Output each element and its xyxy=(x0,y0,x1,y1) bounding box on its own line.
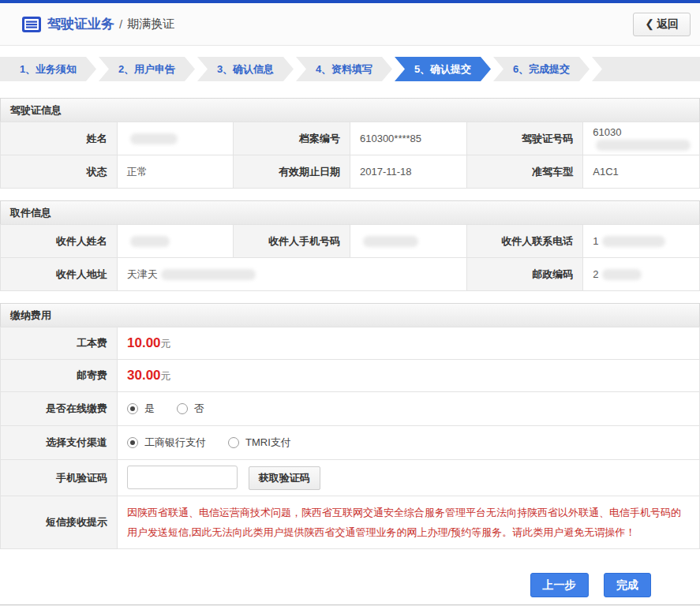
field-value-recipient-name xyxy=(117,225,234,258)
radio-yes-label: 是 xyxy=(144,402,155,416)
field-label-postage-fee: 邮寄费 xyxy=(1,360,118,392)
table-row: 手机验证码 获取验证码 xyxy=(1,460,700,496)
back-button[interactable]: ❮返回 xyxy=(633,13,691,36)
field-label-payment-channel: 选择支付渠道 xyxy=(1,426,118,460)
fee-unit: 元 xyxy=(161,338,171,350)
field-value-vehicle-class: A1C1 xyxy=(583,155,700,189)
table-row: 收件人地址 天津天 邮政编码 2 xyxy=(1,258,700,291)
fees-table: 工本费 10.00元 邮寄费 30.00元 是否在线缴费 是 否 选择支付渠道 … xyxy=(0,327,700,549)
field-label-license-number: 驾驶证号码 xyxy=(466,122,583,155)
redacted-value xyxy=(130,133,178,144)
redacted-value xyxy=(130,236,170,247)
sms-notice-text: 因陕西省联通、电信运营商技术问题，陕西省互联网交通安全综合服务管理平台无法向持陕… xyxy=(127,496,699,548)
field-label-production-fee: 工本费 xyxy=(1,327,118,360)
table-row: 状态 正常 有效期止日期 2017-11-18 准驾车型 A1C1 xyxy=(1,155,700,189)
redacted-value xyxy=(596,140,691,151)
field-label-file-number: 档案编号 xyxy=(234,122,350,155)
payment-channel-options: 工商银行支付 TMRI支付 xyxy=(118,426,700,460)
field-label-recipient-name: 收件人姓名 xyxy=(1,225,118,258)
page-title: 驾驶证业务 xyxy=(47,15,114,33)
finish-button[interactable]: 完成 xyxy=(604,573,651,597)
field-label-status: 状态 xyxy=(1,155,118,189)
redacted-value xyxy=(161,269,256,280)
chevron-left-icon: ❮ xyxy=(645,17,654,30)
radio-tmri-label: TMRI支付 xyxy=(245,436,291,450)
sms-code-input[interactable] xyxy=(127,466,238,489)
table-row: 是否在线缴费 是 否 xyxy=(1,392,700,426)
field-label-recipient-address: 收件人地址 xyxy=(1,258,118,291)
fee-unit: 元 xyxy=(161,370,171,382)
radio-no-icon[interactable] xyxy=(177,403,188,414)
postage-fee-amount: 30.00 xyxy=(127,368,161,383)
redacted-value xyxy=(363,236,418,247)
radio-option-icbc-pay[interactable]: 工商银行支付 xyxy=(127,436,206,450)
pickup-info-section: 取件信息 收件人姓名 收件人手机号码 收件人联系电话 1 收件人地址 天津天 邮… xyxy=(0,200,700,291)
radio-tmri-icon[interactable] xyxy=(228,437,239,448)
field-label-expiry-date: 有效期止日期 xyxy=(234,155,350,189)
footer-actions: 上一步 完成 xyxy=(0,573,700,597)
radio-icbc-label: 工商银行支付 xyxy=(144,436,206,450)
fees-section: 缴纳费用 工本费 10.00元 邮寄费 30.00元 是否在线缴费 是 否 选择… xyxy=(0,303,700,549)
pickup-section-title: 取件信息 xyxy=(0,200,700,224)
table-row: 邮寄费 30.00元 xyxy=(1,360,700,392)
field-label-recipient-mobile: 收件人手机号码 xyxy=(234,225,350,258)
field-value-recipient-mobile xyxy=(350,225,466,258)
field-label-sms-code: 手机验证码 xyxy=(1,460,118,496)
radio-option-yes[interactable]: 是 xyxy=(127,402,155,416)
license-info-section: 驾驶证信息 姓名 档案编号 610300****85 驾驶证号码 61030 状… xyxy=(0,98,700,189)
get-sms-code-button[interactable]: 获取验证码 xyxy=(249,466,320,490)
field-value-license-number: 61030 xyxy=(583,122,700,155)
field-label-recipient-phone: 收件人联系电话 xyxy=(466,225,583,258)
radio-icbc-selected-icon[interactable] xyxy=(127,437,138,448)
table-row: 工本费 10.00元 xyxy=(1,327,700,360)
header: 驾驶证业务 / 期满换证 ❮返回 xyxy=(0,3,700,46)
redacted-value xyxy=(602,269,642,280)
pickup-info-table: 收件人姓名 收件人手机号码 收件人联系电话 1 收件人地址 天津天 邮政编码 2 xyxy=(0,224,700,291)
license-info-table: 姓名 档案编号 610300****85 驾驶证号码 61030 状态 正常 有… xyxy=(0,122,700,189)
step-5-confirm-submit: 5、确认提交 xyxy=(395,57,491,81)
field-value-file-number: 610300****85 xyxy=(350,122,466,155)
license-section-title: 驾驶证信息 xyxy=(0,98,700,122)
table-row: 短信接收提示 因陕西省联通、电信运营商技术问题，陕西省互联网交通安全综合服务管理… xyxy=(1,496,700,549)
fees-section-title: 缴纳费用 xyxy=(0,303,700,327)
business-list-icon xyxy=(22,17,41,32)
field-value-recipient-address: 天津天 xyxy=(117,258,466,291)
field-value-name xyxy=(117,122,234,155)
step-2-user-declaration: 2、用户申告 xyxy=(99,57,195,81)
field-label-vehicle-class: 准驾车型 xyxy=(466,155,583,189)
radio-no-label: 否 xyxy=(194,402,204,416)
field-label-sms-notice: 短信接收提示 xyxy=(1,496,118,549)
production-fee-amount: 10.00 xyxy=(127,335,161,350)
radio-option-no[interactable]: 否 xyxy=(177,402,204,416)
field-value-postal-code: 2 xyxy=(583,258,700,291)
field-label-postal-code: 邮政编码 xyxy=(466,258,583,291)
step-4-fill-data: 4、资料填写 xyxy=(296,57,392,81)
radio-yes-selected-icon[interactable] xyxy=(127,403,138,414)
step-3-confirm-info: 3、确认信息 xyxy=(197,57,294,81)
sms-notice-cell: 因陕西省联通、电信运营商技术问题，陕西省互联网交通安全综合服务管理平台无法向持陕… xyxy=(118,496,700,549)
step-1-business-notice: 1、业务须知 xyxy=(0,57,96,81)
radio-option-tmri-pay[interactable]: TMRI支付 xyxy=(228,436,291,450)
table-row: 姓名 档案编号 610300****85 驾驶证号码 61030 xyxy=(1,122,700,155)
step-bar-filler xyxy=(592,57,700,81)
field-value-expiry-date: 2017-11-18 xyxy=(350,155,466,189)
field-value-recipient-phone: 1 xyxy=(583,225,700,258)
sms-code-field: 获取验证码 xyxy=(118,460,700,496)
previous-step-button[interactable]: 上一步 xyxy=(530,573,589,597)
field-value-production-fee: 10.00元 xyxy=(118,327,700,360)
field-value-postage-fee: 30.00元 xyxy=(118,360,700,392)
breadcrumb-current: 期满换证 xyxy=(127,17,174,32)
back-button-label: 返回 xyxy=(657,17,679,30)
redacted-value xyxy=(602,236,665,247)
table-row: 收件人姓名 收件人手机号码 收件人联系电话 1 xyxy=(1,225,700,258)
field-label-name: 姓名 xyxy=(1,122,118,155)
field-value-status: 正常 xyxy=(117,155,234,189)
breadcrumb-separator: / xyxy=(119,17,122,31)
table-row: 选择支付渠道 工商银行支付 TMRI支付 xyxy=(1,426,700,460)
step-6-complete-submit: 6、完成提交 xyxy=(493,57,590,81)
field-label-online-payment: 是否在线缴费 xyxy=(1,392,118,426)
online-payment-options: 是 否 xyxy=(118,392,700,426)
step-wizard: 1、业务须知 2、用户申告 3、确认信息 4、资料填写 5、确认提交 6、完成提… xyxy=(0,57,700,81)
